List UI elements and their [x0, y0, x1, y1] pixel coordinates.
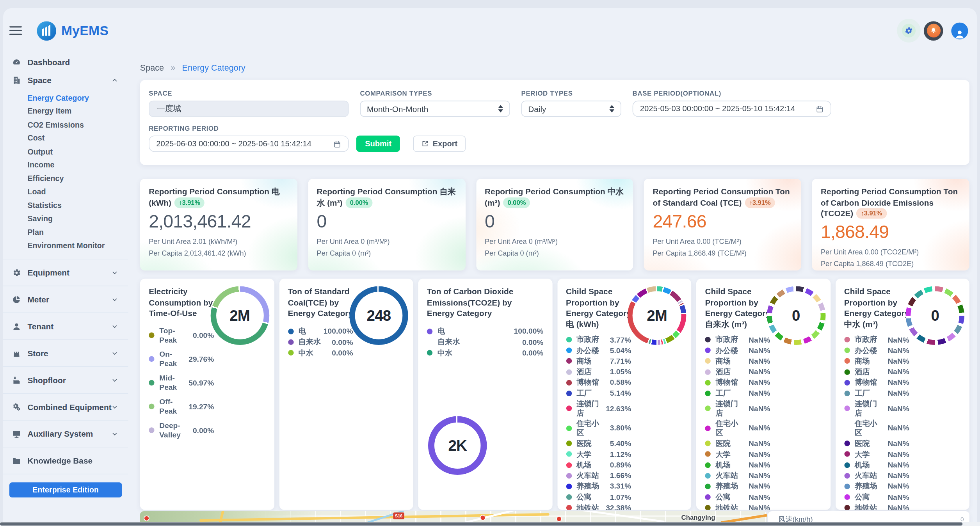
- sidebar-subitem-plan[interactable]: Plan: [3, 226, 128, 239]
- legend-item[interactable]: 商场7.71%: [566, 356, 631, 366]
- legend-item[interactable]: 住宅小区3.80%: [566, 418, 631, 438]
- legend-item[interactable]: 火车站NaN%: [705, 470, 770, 481]
- legend-item[interactable]: 连锁门店12.63%: [566, 399, 631, 419]
- legend-item[interactable]: Deep-Valley0.00%: [149, 418, 214, 442]
- legend-item[interactable]: 大学NaN%: [844, 449, 909, 459]
- sidebar-subitem-output[interactable]: Output: [3, 145, 128, 158]
- legend-item[interactable]: 办公楼NaN%: [705, 345, 770, 355]
- space-input[interactable]: 一度城: [149, 101, 349, 117]
- legend-item[interactable]: 火车站NaN%: [844, 470, 909, 481]
- breadcrumb-space[interactable]: Space: [140, 63, 164, 73]
- reporting-period-input[interactable]: 2025-06-03 00:00:00 ~ 2025-06-10 15:42:1…: [149, 136, 349, 152]
- legend-item[interactable]: 酒店1.05%: [566, 366, 631, 377]
- legend-item[interactable]: 地铁站NaN%: [844, 503, 909, 510]
- sidebar-subitem-income[interactable]: Income: [3, 158, 128, 172]
- legend-item[interactable]: 火车站1.66%: [566, 470, 631, 481]
- legend-item[interactable]: Off-Peak19.27%: [149, 395, 214, 419]
- sidebar-subitem-load[interactable]: Load: [3, 185, 128, 199]
- enterprise-edition-button[interactable]: Enterprise Edition: [9, 482, 122, 497]
- sidebar-item-combined-equipment[interactable]: Combined Equipment: [3, 393, 128, 420]
- sidebar-item-equipment[interactable]: Equipment: [3, 259, 128, 286]
- legend-item[interactable]: 酒店NaN%: [844, 366, 909, 377]
- sidebar-item-space[interactable]: Space: [3, 71, 128, 89]
- sidebar-item-meter[interactable]: Meter: [3, 286, 128, 313]
- sidebar-item-store[interactable]: Store: [3, 339, 128, 366]
- sidebar-subitem-environment-monitor[interactable]: Environment Monitor: [3, 239, 128, 252]
- legend-item[interactable]: 商场NaN%: [705, 356, 770, 366]
- brand[interactable]: MyEMS: [37, 21, 108, 41]
- legend-item[interactable]: 机场NaN%: [705, 460, 770, 470]
- legend-item[interactable]: 养殖场3.31%: [566, 481, 631, 492]
- donut-chart[interactable]: 2M: [210, 286, 269, 345]
- sidebar-subitem-co2-emissions[interactable]: CO2 Emissions: [3, 118, 128, 132]
- breadcrumb-energy-category[interactable]: Energy Category: [182, 63, 245, 73]
- menu-toggle-button[interactable]: [9, 26, 22, 36]
- legend-item[interactable]: 机场NaN%: [844, 460, 909, 470]
- settings-button[interactable]: [902, 24, 916, 37]
- sidebar-subitem-energy-item[interactable]: Energy Item: [3, 105, 128, 118]
- comparison-types-select[interactable]: Month-On-Month: [360, 101, 510, 117]
- legend-item[interactable]: 公寓NaN%: [844, 492, 909, 502]
- submit-button[interactable]: Submit: [356, 136, 400, 152]
- sidebar-item-shopfloor[interactable]: Shopfloor: [3, 366, 128, 393]
- legend-item[interactable]: 连锁门店NaN%: [844, 399, 909, 419]
- legend-item[interactable]: Mid-Peak50.97%: [149, 371, 214, 395]
- legend-item[interactable]: 工厂NaN%: [844, 388, 909, 398]
- legend-item[interactable]: 机场0.89%: [566, 460, 631, 470]
- legend-item[interactable]: 电100.00%: [427, 326, 544, 337]
- legend-item[interactable]: On-Peak29.76%: [149, 347, 214, 371]
- donut-chart[interactable]: 0: [905, 286, 964, 345]
- user-menu-button[interactable]: [951, 22, 968, 39]
- legend-item[interactable]: 博物馆NaN%: [844, 377, 909, 388]
- donut-chart[interactable]: 2K: [428, 416, 487, 475]
- sidebar-subitem-cost[interactable]: Cost: [3, 132, 128, 145]
- legend-item[interactable]: 自来水0.00%: [427, 337, 544, 347]
- horizontal-scrollbar[interactable]: [0, 522, 980, 526]
- donut-chart[interactable]: 0: [767, 286, 825, 345]
- legend-item[interactable]: 自来水0.00%: [288, 337, 353, 347]
- legend-item[interactable]: 市政府NaN%: [844, 334, 909, 345]
- legend-item[interactable]: 养殖场NaN%: [705, 481, 770, 492]
- legend-item[interactable]: 博物馆0.58%: [566, 377, 631, 388]
- sidebar-item-dashboard[interactable]: Dashboard: [3, 53, 128, 71]
- map-pin-icon[interactable]: [480, 515, 486, 521]
- legend-item[interactable]: 商场NaN%: [844, 356, 909, 366]
- legend-item[interactable]: 连锁门店NaN%: [705, 399, 770, 419]
- legend-item[interactable]: 中水0.00%: [288, 348, 353, 358]
- legend-item[interactable]: 医院5.40%: [566, 438, 631, 449]
- legend-item[interactable]: 市政府NaN%: [705, 334, 770, 345]
- legend-item[interactable]: 大学1.12%: [566, 449, 631, 459]
- legend-item[interactable]: 电100.00%: [288, 326, 353, 337]
- legend-item[interactable]: 地铁站NaN%: [705, 503, 770, 510]
- donut-chart[interactable]: 248: [349, 286, 408, 345]
- donut-chart[interactable]: 2M: [628, 286, 687, 345]
- legend-item[interactable]: 公寓NaN%: [705, 492, 770, 502]
- legend-item[interactable]: 医院NaN%: [844, 438, 909, 449]
- sidebar-item-knowledge-base[interactable]: Knowledge Base: [3, 447, 128, 474]
- map-pin-icon[interactable]: [556, 516, 562, 522]
- sidebar-item-auxiliary-system[interactable]: Auxiliary System: [3, 420, 128, 447]
- legend-item[interactable]: 博物馆NaN%: [705, 377, 770, 388]
- legend-item[interactable]: 医院NaN%: [705, 438, 770, 449]
- legend-item[interactable]: 办公楼NaN%: [844, 345, 909, 355]
- sidebar-subitem-statistics[interactable]: Statistics: [3, 199, 128, 212]
- legend-item[interactable]: 住宅小区NaN%: [844, 418, 909, 438]
- base-period-input[interactable]: 2025-05-03 00:00:00 ~ 2025-05-10 15:42:1…: [633, 101, 831, 117]
- sidebar-subitem-energy-category[interactable]: Energy Category: [3, 91, 128, 105]
- legend-item[interactable]: 办公楼5.04%: [566, 345, 631, 355]
- legend-item[interactable]: 住宅小区NaN%: [705, 418, 770, 438]
- legend-item[interactable]: 中水0.00%: [427, 348, 544, 358]
- legend-item[interactable]: 工厂5.14%: [566, 388, 631, 398]
- period-types-select[interactable]: Daily: [521, 101, 621, 117]
- export-button[interactable]: Export: [413, 136, 466, 152]
- legend-item[interactable]: 市政府3.77%: [566, 334, 631, 345]
- legend-item[interactable]: 大学NaN%: [705, 449, 770, 459]
- legend-item[interactable]: 地铁站32.38%: [566, 503, 631, 510]
- sidebar-subitem-efficiency[interactable]: Efficiency: [3, 172, 128, 185]
- legend-item[interactable]: 工厂NaN%: [705, 388, 770, 398]
- sidebar-item-tenant[interactable]: Tenant: [3, 313, 128, 339]
- legend-item[interactable]: Top-Peak0.00%: [149, 323, 214, 347]
- legend-item[interactable]: 公寓1.07%: [566, 492, 631, 502]
- scrollbar-thumb[interactable]: [0, 522, 962, 526]
- legend-item[interactable]: 酒店NaN%: [705, 366, 770, 377]
